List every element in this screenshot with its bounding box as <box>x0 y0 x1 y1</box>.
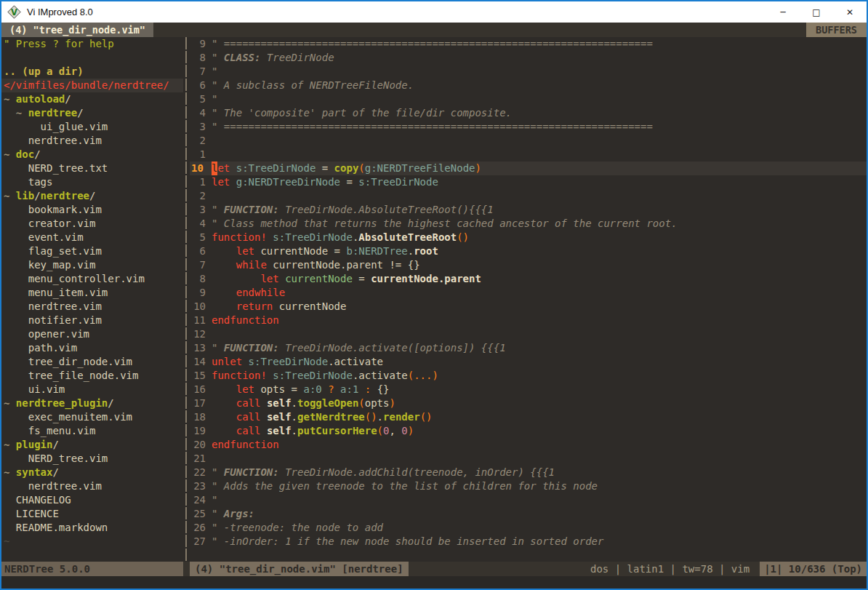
tree-item[interactable]: README.markdown <box>4 521 183 535</box>
tree-item[interactable]: ~ autoload/ <box>4 92 183 106</box>
tree-item[interactable]: exec_menuitem.vim <box>4 410 183 424</box>
maximize-button[interactable]: □ <box>800 1 833 23</box>
tree-item[interactable]: ~ doc/ <box>4 148 183 162</box>
tree-item[interactable]: tree_dir_node.vim <box>4 355 183 369</box>
window-separator[interactable] <box>183 37 190 562</box>
line-number: 17 <box>191 396 206 410</box>
code-line[interactable]: 9 endwhile <box>191 286 867 300</box>
code-line[interactable]: 24" <box>191 493 867 507</box>
line-number: 6 <box>191 244 206 258</box>
code-line[interactable]: 1 <box>191 148 867 162</box>
tree-item[interactable]: ~ nerdtree/ <box>4 106 183 120</box>
tree-item[interactable]: CHANGELOG <box>4 493 183 507</box>
tree-item[interactable]: ui.vim <box>4 383 183 396</box>
code-token: currentNode.parent != {} <box>273 258 419 272</box>
code-line[interactable]: 7 while currentNode.parent != {} <box>191 258 867 272</box>
tree-item[interactable]: tree_file_node.vim <box>4 369 183 383</box>
code-line[interactable]: 16 let opts = a:0 ? a:1 : {} <box>191 383 867 396</box>
tree-item[interactable]: notifier.vim <box>4 314 183 327</box>
line-number: 7 <box>191 65 206 79</box>
code-line[interactable]: 6 let currentNode = b:NERDTree.root <box>191 244 867 258</box>
tree-item[interactable]: ~ syntax/ <box>4 466 183 479</box>
code-line[interactable]: 4" Class method that returns the highest… <box>191 217 867 231</box>
tree-item[interactable]: path.vim <box>4 341 183 355</box>
code-line[interactable]: 13" FUNCTION: TreeDirNode.activate([opti… <box>191 341 867 355</box>
line-number: 18 <box>191 410 206 424</box>
tree-item[interactable]: tags <box>4 175 183 189</box>
code-token: s:TreeDirNode <box>273 369 353 383</box>
code-line[interactable]: 9" =====================================… <box>191 37 867 51</box>
code-line[interactable]: 21 <box>191 452 867 466</box>
code-line[interactable]: 8 let currentNode = currentNode.parent <box>191 272 867 286</box>
code-token: ( <box>358 162 364 175</box>
code-line[interactable]: 5function! s:TreeDirNode.AbsoluteTreeRoo… <box>191 231 867 244</box>
tree-item[interactable]: .. (up a dir) <box>4 65 183 79</box>
code-line[interactable]: 15function! s:TreeDirNode.activate(...) <box>191 369 867 383</box>
code-token: " A subclass of NERDTreeFileNode. <box>212 79 414 92</box>
code-line[interactable]: 22" FUNCTION: TreeDirNode.addChild(treen… <box>191 466 867 479</box>
tree-item[interactable]: ~ lib/nerdtree/ <box>4 189 183 203</box>
code-line[interactable]: 17 call self.toggleOpen(opts) <box>191 396 867 410</box>
code-line[interactable]: 1let g:NERDTreeDirNode = s:TreeDirNode <box>191 175 867 189</box>
tree-item[interactable]: ~ <box>4 535 183 549</box>
tree-item[interactable]: bookmark.vim <box>4 203 183 217</box>
code-line[interactable]: 23" Adds the given treenode to the list … <box>191 479 867 493</box>
code-line[interactable]: 12 <box>191 327 867 341</box>
code-line[interactable]: 10let s:TreeDirNode = copy(g:NERDTreeFil… <box>190 162 867 175</box>
code-token: , <box>389 424 401 438</box>
tree-item[interactable]: menu_controller.vim <box>4 272 183 286</box>
line-number: 21 <box>191 452 206 466</box>
tree-item[interactable]: key_map.vim <box>4 258 183 272</box>
code-token: " -treenode: the node to add <box>212 521 383 535</box>
tree-item[interactable]: nerdtree.vim <box>4 479 183 493</box>
tree-item[interactable]: NERD_tree.txt <box>4 162 183 175</box>
tree-item[interactable]: menu_item.vim <box>4 286 183 300</box>
buffer-info: (4) "tree_dir_node.vim" [nerdtree] <box>190 562 409 576</box>
nerdtree-status: NERDTree 5.0.0 <box>1 562 183 576</box>
code-line[interactable]: 5" <box>191 92 867 106</box>
code-line[interactable]: 25" Args: <box>191 507 867 521</box>
code-line[interactable]: 18 call self.getNerdtree().render() <box>191 410 867 424</box>
tree-item[interactable]: ~ nerdtree_plugin/ <box>4 396 183 410</box>
tree-item[interactable]: ~ plugin/ <box>4 438 183 452</box>
code-token: = <box>340 175 358 189</box>
code-line[interactable]: 4" The 'composite' part of the file/dir … <box>191 106 867 120</box>
tree-item[interactable]: creator.vim <box>4 217 183 231</box>
tree-token: nerdtree.vim <box>4 300 102 314</box>
code-line[interactable]: 14unlet s:TreeDirNode.activate <box>191 355 867 369</box>
code-token: = <box>353 272 371 286</box>
tree-item[interactable]: NERD_tree.vim <box>4 452 183 466</box>
code-token: . <box>292 396 297 410</box>
tree-item[interactable]: ui_glue.vim <box>4 120 183 134</box>
code-line[interactable]: 2 <box>191 134 867 148</box>
tree-item[interactable]: nerdtree.vim <box>4 300 183 314</box>
tree-item[interactable]: flag_set.vim <box>4 244 183 258</box>
code-token: toggleOpen <box>297 396 358 410</box>
tree-item[interactable]: event.vim <box>4 231 183 244</box>
tree-item[interactable]: " Press ? for help <box>4 37 183 51</box>
tree-item[interactable]: </vimfiles/bundle/nerdtree/ <box>1 79 183 92</box>
code-line[interactable]: 3" =====================================… <box>191 120 867 134</box>
code-token: () <box>457 231 469 244</box>
tree-item[interactable] <box>4 51 183 65</box>
tree-item[interactable]: opener.vim <box>4 327 183 341</box>
code-line[interactable]: 7" <box>191 65 867 79</box>
tree-item[interactable]: LICENCE <box>4 507 183 521</box>
code-line[interactable]: 10 return currentNode <box>191 300 867 314</box>
code-line[interactable]: 11endfunction <box>191 314 867 327</box>
code-line[interactable]: 26" -treenode: the node to add <box>191 521 867 535</box>
code-line[interactable]: 6" A subclass of NERDTreeFileNode. <box>191 79 867 92</box>
minimize-button[interactable]: ─ <box>766 1 800 23</box>
tree-token: plugin <box>16 438 53 452</box>
code-line[interactable]: 27" -inOrder: 1 if the new node should b… <box>191 535 867 549</box>
code-line[interactable]: 8" CLASS: TreeDirNode <box>191 51 867 65</box>
code-line[interactable]: 19 call self.putCursorHere(0, 0) <box>191 424 867 438</box>
code-line[interactable]: 2 <box>191 189 867 203</box>
close-button[interactable]: ✕ <box>833 1 867 23</box>
tab-tree-dir-node[interactable]: (4) "tree_dir_node.vim" <box>1 23 153 37</box>
tree-item[interactable]: nerdtree.vim <box>4 134 183 148</box>
vim-icon[interactable]: V <box>7 5 21 19</box>
code-line[interactable]: 3" FUNCTION: TreeDirNode.AbsoluteTreeRoo… <box>191 203 867 217</box>
code-line[interactable]: 20endfunction <box>191 438 867 452</box>
tree-item[interactable]: fs_menu.vim <box>4 424 183 438</box>
